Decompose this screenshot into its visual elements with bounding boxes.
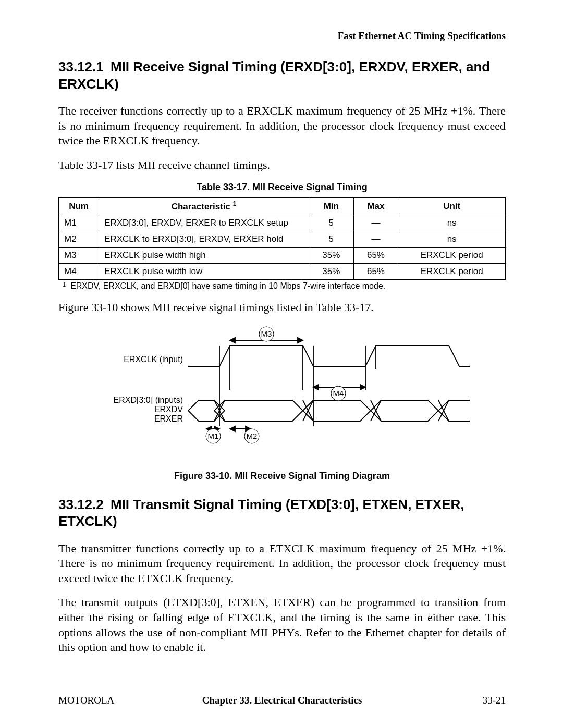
label-m1: M1 (208, 431, 219, 440)
svg-marker-11 (360, 385, 365, 390)
svg-marker-7 (230, 338, 235, 343)
table-row: M2 ERXCLK to ERXD[3:0], ERXDV, ERXER hol… (59, 231, 506, 248)
table-33-17-footnote: 1 ERXDV, ERXCLK, and ERXD[0] have same t… (63, 281, 506, 291)
table-row: M4 ERXCLK pulse width low 35% 65% ERXCLK… (59, 264, 506, 280)
post-table-para: Figure 33-10 shows MII receive signal ti… (58, 300, 506, 315)
th-num: Num (59, 198, 99, 215)
section-text: MII Receive Signal Timing (ERXD[3:0], ER… (58, 59, 490, 92)
label-erxer: ERXER (154, 414, 183, 423)
th-char: Characteristic 1 (99, 198, 309, 215)
th-min: Min (309, 198, 353, 215)
section1-para1: The receiver functions correctly up to a… (58, 104, 506, 149)
section-text: MII Transmit Signal Timing (ETXD[3:0], E… (58, 497, 464, 529)
label-erxclk: ERXCLK (input) (124, 355, 183, 364)
section2-para2: The transmit outputs (ETXD[3:0], ETXEN, … (58, 595, 506, 655)
section-number: 33.12.2 (58, 496, 104, 513)
table-33-17: Num Characteristic 1 Min Max Unit M1 ERX… (58, 197, 506, 280)
page-footer: MOTOROLA Chapter 33. Electrical Characte… (58, 695, 506, 706)
table-33-17-caption: Table 33-17. MII Receive Signal Timing (58, 182, 506, 193)
label-erxdv: ERXDV (154, 405, 183, 414)
th-max: Max (353, 198, 398, 215)
table-row: M3 ERXCLK pulse width high 35% 65% ERXCL… (59, 248, 506, 264)
figure-33-10: ERXCLK (input) ERXD[3:0] (inputs) ERXDV … (58, 325, 506, 457)
section-33-12-1-title: 33.12.1 MII Receive Signal Timing (ERXD[… (58, 58, 506, 92)
footer-center: Chapter 33. Electrical Characteristics (58, 695, 506, 706)
label-m4: M4 (333, 389, 344, 398)
section-33-12-2-title: 33.12.2 MII Transmit Signal Timing (ETXD… (58, 496, 506, 530)
svg-marker-10 (313, 385, 319, 390)
timing-diagram-svg: ERXCLK (input) ERXD[3:0] (inputs) ERXDV … (94, 325, 470, 455)
label-erxd: ERXD[3:0] (inputs) (114, 396, 183, 404)
section-number: 33.12.1 (58, 58, 104, 76)
label-m2: M2 (247, 431, 258, 440)
table-row: M1 ERXD[3:0], ERXDV, ERXER to ERXCLK set… (59, 215, 506, 231)
section1-para2: Table 33-17 lists MII receive channel ti… (58, 158, 506, 173)
running-head: Fast Ethernet AC Timing Specifications (58, 30, 506, 42)
svg-marker-24 (230, 426, 235, 431)
th-unit: Unit (398, 198, 506, 215)
section2-para1: The transmitter functions correctly up t… (58, 541, 506, 586)
svg-marker-8 (298, 338, 303, 343)
figure-33-10-caption: Figure 33-10. MII Receive Signal Timing … (58, 471, 506, 482)
label-m3: M3 (261, 329, 272, 338)
